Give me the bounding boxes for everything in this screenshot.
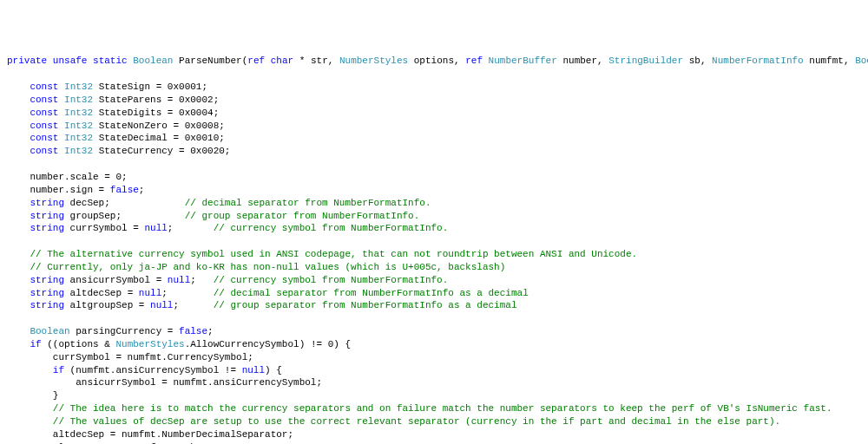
code-line: string decSep; // decimal separator from… — [7, 198, 431, 208]
code-line: number.scale = 0; — [7, 172, 128, 182]
code-line: number.sign = false; — [7, 185, 144, 195]
code-line: // The values of decSep are setup to use… — [7, 416, 780, 427]
code-line: Boolean parsingCurrency = false; — [7, 326, 214, 336]
code-line: // The idea here is to match the currenc… — [7, 403, 832, 414]
code-line: private unsafe static Boolean ParseNumbe… — [7, 56, 868, 66]
code-line: // Currently, only ja-JP and ko-KR has n… — [7, 262, 505, 272]
code-line: string altdecSep = null; // decimal sepa… — [7, 288, 529, 298]
code-line: string currSymbol = null; // currency sy… — [7, 223, 448, 233]
code-line: const Int32 StateParens = 0x0002; — [7, 95, 219, 105]
code-block: private unsafe static Boolean ParseNumbe… — [7, 55, 861, 444]
code-line: const Int32 StateDecimal = 0x0010; — [7, 133, 225, 143]
code-line: const Int32 StateNonZero = 0x0008; — [7, 121, 225, 131]
code-line: // The alternative currency symbol used … — [7, 249, 637, 259]
code-line: if (numfmt.ansiCurrencySymbol != null) { — [7, 365, 282, 375]
code-line: string groupSep; // group separator from… — [7, 211, 419, 221]
code-line: const Int32 StateSign = 0x0001; — [7, 82, 207, 92]
code-line: string ansicurrSymbol = null; // currenc… — [7, 275, 448, 285]
code-line: const Int32 StateDigits = 0x0004; — [7, 108, 219, 118]
code-line: } — [7, 390, 58, 401]
code-line: const Int32 StateCurrency = 0x0020; — [7, 146, 230, 156]
code-line: ansicurrSymbol = numfmt.ansiCurrencySymb… — [7, 377, 322, 388]
code-line: currSymbol = numfmt.CurrencySymbol; — [7, 352, 253, 362]
code-line: string altgroupSep = null; // group sepa… — [7, 300, 517, 310]
code-line: if ((options & NumberStyles.AllowCurrenc… — [7, 339, 351, 349]
code-line: altdecSep = numfmt.NumberDecimalSeparato… — [7, 429, 293, 440]
